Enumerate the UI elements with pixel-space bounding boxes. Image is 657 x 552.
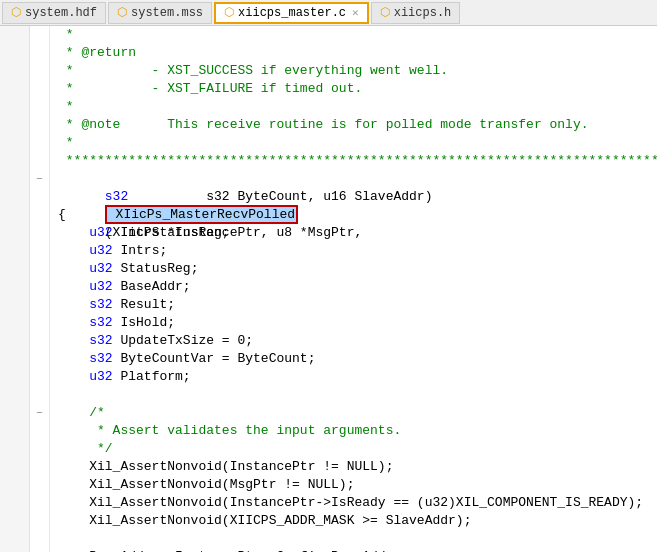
code-line: u32 BaseAddr; bbox=[58, 278, 657, 296]
code-line: * @return bbox=[58, 44, 657, 62]
tab-label-system-hdf: system.hdf bbox=[25, 6, 97, 20]
fold-comment-indicator[interactable]: − bbox=[30, 404, 49, 422]
code-line: Xil_AssertNonvoid(MsgPtr != NULL); bbox=[58, 476, 657, 494]
code-content: * * @return * - XST_SUCCESS if everythin… bbox=[50, 26, 657, 552]
tab-bar: ⬡ system.hdf ⬡ system.mss ⬡ xiicps_maste… bbox=[0, 0, 657, 26]
code-line: u32 Platform; bbox=[58, 368, 657, 386]
code-line: s32 UpdateTxSize = 0; bbox=[58, 332, 657, 350]
func-decl-line: s32 XIicPs_MasterRecvPolled (XIicPs *Ins… bbox=[58, 170, 657, 188]
line-numbers bbox=[0, 26, 30, 552]
the-text: the bbox=[245, 423, 268, 438]
param-s32: s32 ByteCount bbox=[206, 189, 307, 204]
code-line bbox=[58, 386, 657, 404]
code-line: ****************************************… bbox=[58, 152, 657, 170]
tab-system-mss[interactable]: ⬡ system.mss bbox=[108, 2, 212, 24]
code-line: s32 IsHold; bbox=[58, 314, 657, 332]
code-line: * @note This receive routine is for poll… bbox=[58, 116, 657, 134]
code-line bbox=[58, 530, 657, 548]
code-line: u32 StatusReg; bbox=[58, 260, 657, 278]
tab-label-system-mss: system.mss bbox=[131, 6, 203, 20]
fold-func-indicator[interactable]: − bbox=[30, 170, 49, 188]
code-line: s32 Result; bbox=[58, 296, 657, 314]
code-line: * Assert validates the input arguments. bbox=[58, 422, 657, 440]
code-line: * bbox=[58, 98, 657, 116]
tab-icon-xiicps-h: ⬡ bbox=[380, 5, 390, 20]
code-line: s32 ByteCountVar = ByteCount; bbox=[58, 350, 657, 368]
tab-label-xiicps-master-c: xiicps_master.c bbox=[238, 6, 346, 20]
tab-close-xiicps-master-c[interactable]: ✕ bbox=[352, 6, 359, 19]
code-area: − − * * @return * - XST_SUCCE bbox=[0, 26, 657, 552]
code-line: Xil_AssertNonvoid(InstancePtr->IsReady =… bbox=[58, 494, 657, 512]
code-line: Xil_AssertNonvoid(XIICPS_ADDR_MASK >= Sl… bbox=[58, 512, 657, 530]
code-line: * - XST_SUCCESS if everything went well. bbox=[58, 62, 657, 80]
tab-icon-xiicps-master-c: ⬡ bbox=[224, 5, 234, 20]
code-line: * - XST_FAILURE if timed out. bbox=[58, 80, 657, 98]
code-line: * bbox=[58, 26, 657, 44]
tab-label-xiicps-h: xiicps.h bbox=[394, 6, 452, 20]
tab-system-hdf[interactable]: ⬡ system.hdf bbox=[2, 2, 106, 24]
tab-xiicps-h[interactable]: ⬡ xiicps.h bbox=[371, 2, 461, 24]
code-line: u32 Intrs; bbox=[58, 242, 657, 260]
code-line: /* bbox=[58, 404, 657, 422]
code-line: */ bbox=[58, 440, 657, 458]
code-line: s32 ByteCount, u16 SlaveAddr) bbox=[58, 188, 657, 206]
code-line: BaseAddr = InstancePtr->Config.BaseAddre… bbox=[58, 548, 657, 552]
tab-xiicps-master-c[interactable]: ⬡ xiicps_master.c ✕ bbox=[214, 2, 369, 24]
this-text: This bbox=[167, 117, 198, 132]
fold-gutter: − − bbox=[30, 26, 50, 552]
tab-icon-system-hdf: ⬡ bbox=[11, 5, 21, 20]
tab-icon-system-mss: ⬡ bbox=[117, 5, 127, 20]
code-line: u32 IntrStatusReg; bbox=[58, 224, 657, 242]
code-line: * bbox=[58, 134, 657, 152]
code-line: { bbox=[58, 206, 657, 224]
code-line: Xil_AssertNonvoid(InstancePtr != NULL); bbox=[58, 458, 657, 476]
